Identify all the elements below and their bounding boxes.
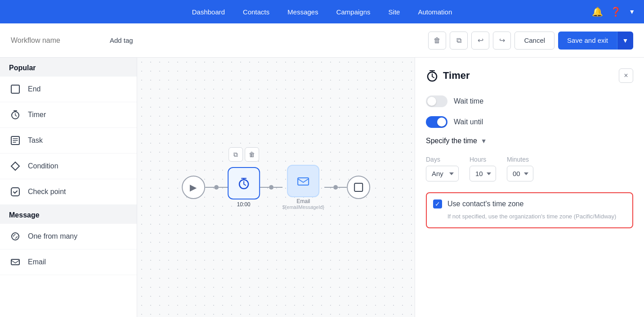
panel-title: Timer (426, 69, 470, 82)
save-button[interactable]: Save and exit (558, 32, 617, 50)
minutes-select[interactable]: 00 15 30 45 (507, 166, 533, 181)
task-icon (9, 134, 22, 147)
connector-3 (324, 185, 347, 190)
nav-icons: 🔔 ❓ ▼ (592, 6, 635, 17)
wait-time-toggle-thumb (427, 97, 436, 106)
copy-button[interactable]: ⧉ (450, 32, 468, 50)
redo-button[interactable]: ↪ (493, 32, 511, 50)
timer-icon (9, 109, 22, 121)
timer-node-icon (237, 177, 250, 190)
sidebar-item-email[interactable]: Email (0, 249, 137, 275)
nav-campaigns[interactable]: Campaigns (336, 8, 371, 16)
sidebar: Popular End Timer Task Condition (0, 58, 137, 317)
wait-until-row: Wait until (426, 116, 633, 128)
timer-delete-button[interactable]: 🗑 (245, 147, 259, 162)
connector-dot-3 (333, 185, 338, 190)
sidebar-item-checkpoint[interactable]: Check point (0, 179, 137, 205)
workflow-name-input[interactable] (11, 36, 101, 45)
delete-button[interactable]: 🗑 (428, 32, 446, 50)
sidebar-item-end[interactable]: End (0, 77, 137, 102)
toolbar: Add tag 🗑 ⧉ ↩ ↪ Cancel Save and exit ▼ (0, 23, 644, 58)
days-label: Days (426, 156, 459, 163)
nav-automation[interactable]: Automation (418, 8, 452, 16)
sidebar-section-popular: Popular (0, 58, 137, 77)
account-dropdown[interactable]: ▼ (629, 8, 635, 15)
nav-site[interactable]: Site (389, 8, 400, 16)
email-node-icon (297, 174, 310, 188)
email-node[interactable] (287, 165, 320, 197)
svg-rect-0 (11, 85, 19, 93)
sidebar-item-condition-label: Condition (28, 162, 58, 170)
timezone-checkbox[interactable]: ✓ (433, 199, 442, 208)
sidebar-item-timer[interactable]: Timer (0, 102, 137, 128)
cancel-button[interactable]: Cancel (514, 32, 555, 50)
minutes-label: Minutes (507, 156, 533, 163)
svg-rect-5 (11, 259, 19, 265)
wait-time-toggle[interactable] (426, 95, 447, 107)
days-field: Days Any Mon Tue Wed Thu Fri Sat Sun (426, 156, 459, 181)
wait-time-label: Wait time (454, 97, 483, 105)
checkpoint-icon (9, 186, 22, 198)
wait-time-row: Wait time (426, 95, 633, 107)
undo-button[interactable]: ↩ (471, 32, 489, 50)
panel-header: Timer × (426, 68, 633, 83)
chevron-down-icon: ▼ (481, 137, 487, 145)
nav-contacts[interactable]: Contacts (243, 8, 269, 16)
wait-until-toggle[interactable] (426, 116, 447, 128)
add-tag-button[interactable]: Add tag (110, 36, 133, 44)
right-panel: Timer × Wait time Wait until Specify the… (415, 58, 644, 317)
sidebar-item-onefrommany[interactable]: One from many (0, 224, 137, 249)
specify-time-button[interactable]: Specify the time ▼ (426, 137, 487, 145)
panel-timer-icon (426, 69, 438, 82)
hours-field: Hours 00010203 04050607 08091011 1213141… (470, 156, 496, 181)
top-nav: Dashboard Contacts Messages Campaigns Si… (0, 0, 644, 23)
wait-until-toggle-thumb (437, 118, 446, 127)
timezone-checkbox-label: Use contact's time zone (447, 200, 523, 208)
timer-node-label: 10:00 (237, 201, 250, 208)
save-button-group: Save and exit ▼ (558, 32, 633, 50)
email-node-variable: ${emailMessageId} (282, 204, 325, 210)
sidebar-item-timer-label: Timer (28, 111, 46, 119)
bell-icon[interactable]: 🔔 (592, 6, 603, 17)
timer-copy-button[interactable]: ⧉ (228, 147, 243, 162)
help-icon[interactable]: ❓ (610, 6, 622, 17)
connector-dot-2 (269, 185, 273, 190)
workflow-area: ▶ ⧉ 🗑 (182, 165, 371, 210)
sidebar-item-checkpoint-label: Check point (28, 188, 66, 196)
sidebar-item-condition[interactable]: Condition (0, 154, 137, 179)
minutes-field: Minutes 00 15 30 45 (507, 156, 533, 181)
time-fields: Days Any Mon Tue Wed Thu Fri Sat Sun Hou… (426, 156, 633, 181)
sidebar-section-message: Message (0, 205, 137, 224)
connector-dot-1 (214, 185, 219, 190)
wait-until-label: Wait until (454, 118, 483, 126)
email-node-wrapper: Email ${emailMessageId} (282, 165, 325, 210)
checkbox-section: ✓ Use contact's time zone If not specifi… (426, 192, 633, 228)
sidebar-item-email-label: Email (28, 258, 46, 266)
checkmark-icon: ✓ (435, 200, 440, 208)
specify-time-row: Specify the time ▼ (426, 137, 633, 145)
end-icon (9, 83, 22, 95)
condition-icon (9, 160, 22, 172)
nav-messages[interactable]: Messages (287, 8, 318, 16)
sidebar-item-onefrommany-label: One from many (28, 232, 77, 240)
email-icon (9, 256, 22, 268)
days-select[interactable]: Any Mon Tue Wed Thu Fri Sat Sun (426, 166, 459, 181)
hours-label: Hours (470, 156, 496, 163)
canvas: ▶ ⧉ 🗑 (137, 58, 415, 317)
svg-rect-3 (11, 188, 19, 196)
timer-node-wrapper: ⧉ 🗑 10:00 (228, 167, 260, 208)
sidebar-item-end-label: End (28, 85, 40, 93)
end-node[interactable] (347, 176, 370, 199)
save-dropdown-button[interactable]: ▼ (617, 32, 633, 50)
start-node[interactable]: ▶ (182, 176, 205, 199)
panel-close-button[interactable]: × (619, 68, 633, 83)
checkbox-row: ✓ Use contact's time zone (433, 199, 626, 208)
nav-dashboard[interactable]: Dashboard (192, 8, 225, 16)
timer-node[interactable] (228, 167, 260, 199)
start-node-wrapper: ▶ (182, 176, 205, 199)
hours-select[interactable]: 00010203 04050607 08091011 12131415 1617… (470, 166, 496, 181)
sidebar-item-task[interactable]: Task (0, 128, 137, 154)
svg-rect-8 (354, 183, 362, 191)
email-node-label: Email (296, 198, 310, 204)
connector-1 (205, 185, 228, 190)
